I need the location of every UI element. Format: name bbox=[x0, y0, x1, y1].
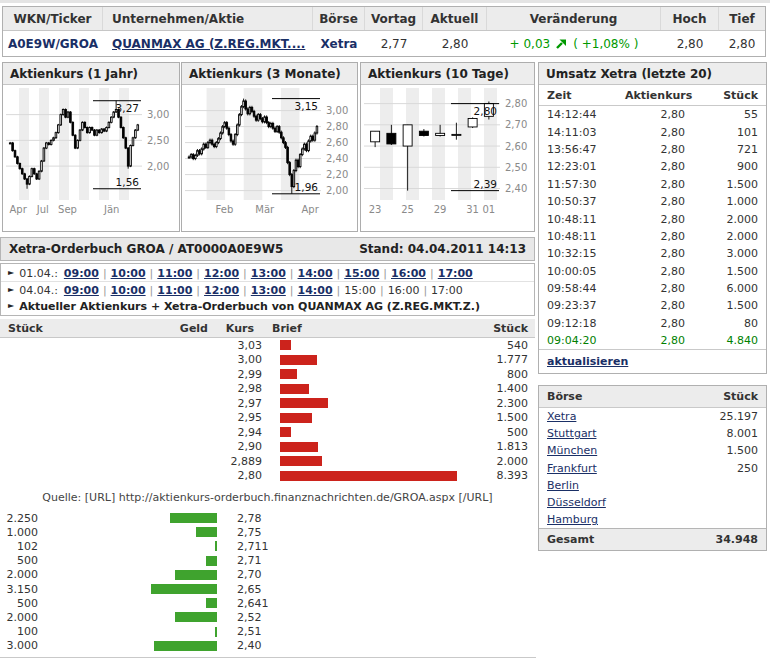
time-link-1300[interactable]: 13:00 bbox=[251, 267, 286, 280]
time-separator: | bbox=[290, 267, 294, 280]
umsatz-stueck: 2.000 bbox=[685, 213, 766, 226]
ask-kurs: 2,889 bbox=[0, 455, 262, 468]
source-line: Quelle: [URL] http://aktienkurs-orderbuc… bbox=[0, 491, 535, 504]
ask-row: 2,808.393 bbox=[0, 469, 535, 484]
time-separator: | bbox=[423, 284, 427, 297]
umsatz-row: 09:04:202,804.840 bbox=[539, 332, 766, 349]
boerse-name-cell: Hamburg bbox=[539, 513, 758, 526]
time-link-1500: 15:00 bbox=[344, 284, 376, 297]
time-link-1700[interactable]: 17:00 bbox=[438, 267, 473, 280]
umsatz-title: Umsatz Xetra (letzte 20) bbox=[539, 63, 766, 85]
time-link-1200[interactable]: 12:00 bbox=[204, 267, 239, 280]
bid-bar-cell bbox=[38, 527, 217, 537]
bid-volume-bar bbox=[196, 527, 217, 537]
boerse-total-row: Gesamt 34.948 bbox=[539, 528, 766, 550]
boerse-value[interactable]: Xetra bbox=[321, 37, 358, 51]
ask-rows: 3,035403,001.7772,998002,981.4002,972.30… bbox=[0, 338, 535, 483]
time-link-1100[interactable]: 11:00 bbox=[157, 267, 192, 280]
bid-volume-bar bbox=[206, 598, 217, 608]
bid-stueck: 102 bbox=[0, 540, 38, 553]
ask-volume-bar bbox=[280, 398, 328, 408]
boerse-panel: Börse Stück Xetra25.197Stuttgart8.001Mün… bbox=[538, 385, 767, 551]
bid-kurs: 2,75 bbox=[217, 526, 262, 539]
bid-kurs: 2,52 bbox=[217, 611, 262, 624]
time-separator: | bbox=[383, 267, 387, 280]
svg-text:2,80: 2,80 bbox=[505, 98, 527, 109]
ask-row: 2,981.400 bbox=[0, 382, 535, 397]
time-link-0900[interactable]: 09:00 bbox=[64, 284, 99, 297]
umsatz-kurs: 2,80 bbox=[625, 195, 685, 208]
time-link-1000[interactable]: 10:00 bbox=[111, 284, 146, 297]
ask-stueck: 1.400 bbox=[468, 382, 535, 395]
boerse-link-hamburg[interactable]: Hamburg bbox=[547, 513, 598, 526]
company-link[interactable]: QUANMAX AG (Z.REG.MKT.... bbox=[112, 37, 305, 51]
time-link-1600[interactable]: 16:00 bbox=[391, 267, 426, 280]
time-link-1000[interactable]: 10:00 bbox=[111, 267, 146, 280]
bid-volume-bar bbox=[170, 513, 217, 523]
time-link-1100[interactable]: 11:00 bbox=[157, 284, 192, 297]
ask-bar-cell bbox=[262, 456, 468, 466]
ask-row: 3,001.777 bbox=[0, 353, 535, 368]
boerse-stueck: 25.197 bbox=[720, 410, 767, 423]
col-header-aktuell: Aktuell bbox=[423, 7, 487, 30]
umsatz-rows: 14:12:442,805514:11:032,8010113:56:472,8… bbox=[539, 106, 766, 349]
time-separator: | bbox=[243, 284, 247, 297]
bid-bar-cell bbox=[38, 627, 217, 637]
svg-text:2,80: 2,80 bbox=[474, 105, 497, 117]
bid-stueck: 100 bbox=[0, 625, 38, 638]
chart-panel-3-monate: Aktienkurs (3 Monate) 3,002,802,602,402,… bbox=[181, 62, 358, 232]
umsatz-row: 09:12:182,8080 bbox=[539, 315, 766, 332]
change-cell: + 0,03 ( +1,08% ) bbox=[487, 31, 661, 56]
ask-stueck: 2.000 bbox=[468, 455, 535, 468]
boerse-row: Stuttgart8.001 bbox=[539, 425, 766, 442]
bid-row: 5002,71 bbox=[0, 554, 535, 568]
time-link-1400[interactable]: 14:00 bbox=[298, 284, 333, 297]
bid-kurs: 2,78 bbox=[217, 512, 262, 525]
umsatz-row: 10:48:112,802.000 bbox=[539, 228, 766, 245]
page: WKN/Ticker Unternehmen/Aktie Börse Vorta… bbox=[0, 0, 770, 667]
boerse-link-frankfurt[interactable]: Frankfurt bbox=[547, 462, 597, 475]
ask-stueck: 800 bbox=[468, 368, 535, 381]
bullet-arrow-icon: ► bbox=[8, 286, 14, 294]
time-link-1500[interactable]: 15:00 bbox=[344, 267, 379, 280]
bid-row: 2.2502,78 bbox=[0, 511, 535, 525]
umsatz-row: 12:23:012,80900 bbox=[539, 158, 766, 175]
bid-stueck: 3.000 bbox=[0, 639, 38, 652]
time-link-1200[interactable]: 12:00 bbox=[204, 284, 239, 297]
boerse-link-xetra[interactable]: Xetra bbox=[547, 410, 576, 423]
svg-text:29: 29 bbox=[434, 204, 447, 215]
time-link-0900[interactable]: 09:00 bbox=[64, 267, 99, 280]
boerse-link-düsseldorf[interactable]: Düsseldorf bbox=[547, 496, 606, 509]
bid-kurs: 2,51 bbox=[217, 625, 262, 638]
refresh-link[interactable]: aktualisieren bbox=[547, 355, 628, 368]
time-link-1400[interactable]: 14:00 bbox=[298, 267, 333, 280]
ask-bar-cell bbox=[262, 355, 468, 365]
umsatz-stueck: 1.000 bbox=[685, 195, 766, 208]
orderbook-time-row: ►01.04.:09:00|10:00|11:00|12:00|13:00|14… bbox=[1, 265, 534, 282]
umsatz-refresh-row: aktualisieren bbox=[539, 349, 766, 373]
boerse-col-boerse: Börse bbox=[539, 390, 723, 403]
total-value: 34.948 bbox=[716, 533, 766, 546]
change-pct-value: ( +1,08% ) bbox=[573, 37, 638, 51]
boerse-stueck: 8.001 bbox=[727, 427, 767, 440]
umsatz-kurs: 2,80 bbox=[625, 108, 685, 121]
svg-text:3,27: 3,27 bbox=[116, 102, 139, 114]
time-link-1300[interactable]: 13:00 bbox=[251, 284, 286, 297]
ob-col-brief: Brief bbox=[254, 322, 468, 335]
ask-volume-bar bbox=[280, 340, 291, 350]
umsatz-zeit: 10:00:05 bbox=[539, 265, 625, 278]
boerse-link-münchen[interactable]: München bbox=[547, 444, 597, 457]
svg-text:Feb: Feb bbox=[216, 204, 234, 215]
ask-kurs: 3,03 bbox=[0, 339, 262, 352]
orderbook-link-line: Aktueller Aktienkurs + Xetra-Orderbuch v… bbox=[19, 300, 480, 313]
bid-row: 3.1502,65 bbox=[0, 582, 535, 596]
ask-row: 2,901.813 bbox=[0, 440, 535, 455]
ask-bar-cell bbox=[262, 471, 468, 481]
boerse-link-stuttgart[interactable]: Stuttgart bbox=[547, 427, 596, 440]
umsatz-zeit: 11:57:30 bbox=[539, 178, 625, 191]
bid-volume-bar bbox=[175, 570, 217, 580]
boerse-link-berlin[interactable]: Berlin bbox=[547, 479, 579, 492]
umsatz-col-zeit: Zeit bbox=[539, 89, 625, 102]
bid-stueck: 3.150 bbox=[0, 583, 38, 596]
umsatz-stueck: 721 bbox=[685, 143, 766, 156]
